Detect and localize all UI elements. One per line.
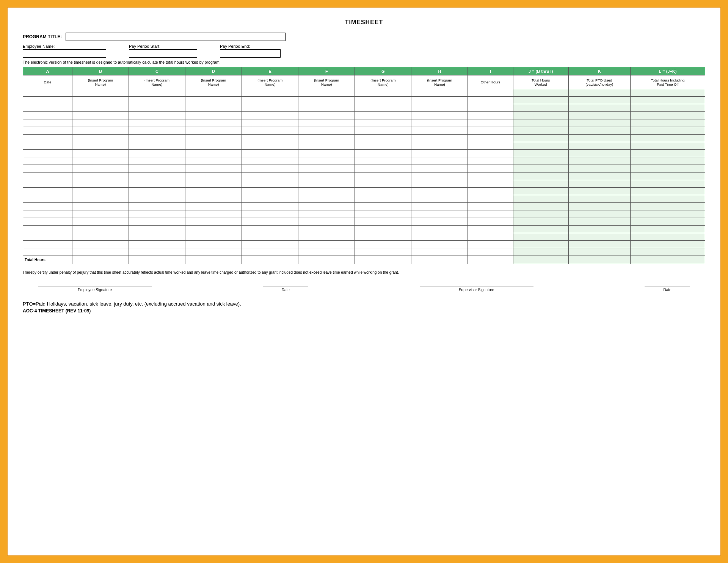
table-cell[interactable]: [355, 112, 411, 119]
table-cell[interactable]: [355, 165, 411, 173]
table-cell[interactable]: [468, 195, 513, 203]
table-cell[interactable]: [411, 135, 468, 142]
table-row[interactable]: [23, 97, 705, 104]
table-cell[interactable]: [298, 248, 355, 256]
table-cell[interactable]: [568, 195, 631, 203]
table-cell[interactable]: [72, 104, 129, 112]
table-cell[interactable]: [631, 195, 705, 203]
table-cell[interactable]: [242, 203, 298, 210]
table-cell[interactable]: [185, 210, 242, 218]
table-cell[interactable]: [23, 119, 72, 127]
table-cell[interactable]: [568, 203, 631, 210]
table-cell[interactable]: [242, 218, 298, 226]
table-cell[interactable]: [72, 226, 129, 233]
table-cell[interactable]: [242, 104, 298, 112]
table-cell[interactable]: [468, 97, 513, 104]
table-cell[interactable]: [23, 226, 72, 233]
table-cell[interactable]: [72, 127, 129, 135]
table-cell[interactable]: [568, 104, 631, 112]
table-cell[interactable]: [185, 142, 242, 150]
table-cell[interactable]: [72, 195, 129, 203]
table-cell[interactable]: [129, 210, 185, 218]
table-cell[interactable]: [468, 119, 513, 127]
table-row[interactable]: [23, 203, 705, 210]
table-cell[interactable]: [242, 233, 298, 241]
table-cell[interactable]: [355, 195, 411, 203]
table-cell[interactable]: [185, 241, 242, 248]
table-cell[interactable]: [411, 210, 468, 218]
table-cell[interactable]: [411, 97, 468, 104]
table-cell[interactable]: [298, 97, 355, 104]
table-cell[interactable]: [185, 127, 242, 135]
table-cell[interactable]: [129, 127, 185, 135]
table-cell[interactable]: [23, 150, 72, 157]
table-row[interactable]: [23, 188, 705, 195]
table-cell[interactable]: [242, 157, 298, 165]
table-cell[interactable]: [513, 248, 568, 256]
table-cell[interactable]: [23, 210, 72, 218]
table-cell[interactable]: [72, 135, 129, 142]
table-cell[interactable]: [468, 233, 513, 241]
table-cell[interactable]: [631, 89, 705, 97]
table-cell[interactable]: [185, 248, 242, 256]
table-cell[interactable]: [23, 203, 72, 210]
table-cell[interactable]: [129, 218, 185, 226]
table-cell[interactable]: [631, 241, 705, 248]
table-cell[interactable]: [411, 173, 468, 180]
table-cell[interactable]: [355, 97, 411, 104]
table-cell[interactable]: [72, 89, 129, 97]
table-cell[interactable]: [568, 241, 631, 248]
table-row[interactable]: [23, 210, 705, 218]
table-cell[interactable]: [513, 203, 568, 210]
table-cell[interactable]: [513, 135, 568, 142]
table-cell[interactable]: [298, 104, 355, 112]
table-cell[interactable]: [631, 135, 705, 142]
table-cell[interactable]: [23, 142, 72, 150]
table-cell[interactable]: [355, 180, 411, 188]
table-cell[interactable]: [185, 104, 242, 112]
table-cell[interactable]: [468, 165, 513, 173]
pay-period-start-input[interactable]: [129, 49, 197, 58]
table-cell[interactable]: [631, 104, 705, 112]
table-cell[interactable]: [411, 203, 468, 210]
table-cell[interactable]: [631, 119, 705, 127]
table-cell[interactable]: [468, 173, 513, 180]
table-cell[interactable]: [242, 112, 298, 119]
table-cell[interactable]: [468, 210, 513, 218]
table-cell[interactable]: [411, 233, 468, 241]
table-row[interactable]: [23, 248, 705, 256]
table-cell[interactable]: [568, 142, 631, 150]
table-cell[interactable]: [129, 188, 185, 195]
table-cell[interactable]: [242, 248, 298, 256]
table-cell[interactable]: [411, 112, 468, 119]
table-cell[interactable]: [513, 195, 568, 203]
table-cell[interactable]: [72, 119, 129, 127]
table-cell[interactable]: [513, 142, 568, 150]
table-cell[interactable]: [129, 195, 185, 203]
table-cell[interactable]: [298, 233, 355, 241]
table-cell[interactable]: [631, 97, 705, 104]
table-cell[interactable]: [23, 180, 72, 188]
table-cell[interactable]: [568, 119, 631, 127]
table-cell[interactable]: [298, 165, 355, 173]
table-cell[interactable]: [411, 119, 468, 127]
table-cell[interactable]: [185, 173, 242, 180]
table-cell[interactable]: [411, 248, 468, 256]
table-cell[interactable]: [72, 248, 129, 256]
table-cell[interactable]: [631, 180, 705, 188]
table-cell[interactable]: [242, 173, 298, 180]
table-cell[interactable]: [185, 157, 242, 165]
table-cell[interactable]: [468, 188, 513, 195]
table-cell[interactable]: [185, 218, 242, 226]
table-cell[interactable]: [355, 241, 411, 248]
table-cell[interactable]: [23, 104, 72, 112]
table-cell[interactable]: [185, 112, 242, 119]
table-cell[interactable]: [513, 104, 568, 112]
table-cell[interactable]: [631, 210, 705, 218]
table-cell[interactable]: [355, 89, 411, 97]
table-cell[interactable]: [298, 142, 355, 150]
table-cell[interactable]: [298, 226, 355, 233]
table-cell[interactable]: [411, 188, 468, 195]
table-cell[interactable]: [129, 180, 185, 188]
table-cell[interactable]: [513, 97, 568, 104]
